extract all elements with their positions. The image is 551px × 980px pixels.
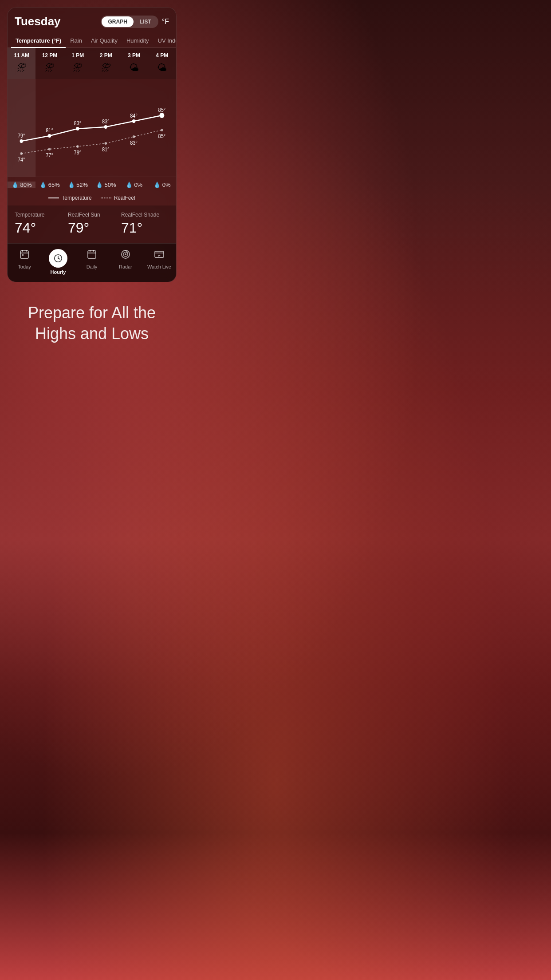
realfeel-sun-label: RealFeel Sun bbox=[68, 212, 116, 218]
precip-val-0: 💧 80% bbox=[12, 182, 32, 188]
realfeel-sun-value: 79° bbox=[68, 220, 116, 236]
tab-temperature[interactable]: Temperature (°F) bbox=[11, 34, 66, 47]
hour-label-4: 3 PM bbox=[128, 52, 140, 59]
temp-low-1: 77° bbox=[46, 153, 53, 158]
precip-val-3: 💧 50% bbox=[96, 182, 116, 188]
hour-col-4[interactable]: 3 PM 🌤 bbox=[120, 48, 148, 79]
chart-svg: 79° 81° 83° 83° 84° 85° 74° 77° 79° 81° … bbox=[8, 79, 176, 177]
hourly-label: Hourly bbox=[51, 269, 66, 275]
hour-col-3[interactable]: 2 PM ⛈ bbox=[92, 48, 120, 79]
legend-temp-line bbox=[48, 198, 59, 198]
app-header: Tuesday GRAPH LIST °F bbox=[8, 8, 176, 34]
weather-icon-2: ⛈ bbox=[73, 62, 83, 74]
bottom-nav: Today Hourly bbox=[8, 243, 176, 282]
weather-icon-1: ⛈ bbox=[45, 62, 55, 74]
precip-val-1: 💧 65% bbox=[39, 182, 60, 188]
chart-legend: Temperature RealFeel bbox=[8, 192, 176, 205]
condition-realfeel-shade: RealFeel Shade 71° bbox=[121, 212, 169, 236]
realfeel-shade-value: 71° bbox=[121, 220, 169, 236]
precip-val-2: 💧 52% bbox=[68, 182, 88, 188]
hours-row: 11 AM ⛈ 12 PM ⛈ 1 PM ⛈ 2 PM ⛈ 3 PM 🌤 4 P… bbox=[8, 48, 176, 79]
day-title: Tuesday bbox=[15, 15, 61, 28]
temp-high-2: 83° bbox=[74, 121, 82, 126]
chart-dot-1 bbox=[48, 134, 51, 138]
legend-temperature: Temperature bbox=[48, 195, 91, 201]
selected-col-highlight bbox=[8, 79, 35, 177]
hour-label-1: 12 PM bbox=[42, 52, 58, 59]
chart-dot-4 bbox=[132, 119, 135, 123]
hour-col-1[interactable]: 12 PM ⛈ bbox=[35, 48, 63, 79]
condition-temperature: Temperature 74° bbox=[15, 212, 63, 236]
watch-live-icon bbox=[154, 249, 165, 262]
precip-row: 💧 80% 💧 65% 💧 52% 💧 50% 💧 0% 💧 0% bbox=[8, 177, 176, 192]
current-conditions: Temperature 74° RealFeel Sun 79° RealFee… bbox=[8, 205, 176, 243]
today-icon bbox=[19, 249, 30, 262]
hour-col-2[interactable]: 1 PM ⛈ bbox=[64, 48, 92, 79]
chart-dot-3 bbox=[104, 125, 107, 129]
temp-low-4: 83° bbox=[130, 140, 138, 146]
hour-col-0[interactable]: 11 AM ⛈ bbox=[8, 48, 35, 79]
temp-low-5: 85° bbox=[158, 134, 166, 139]
svg-point-14 bbox=[125, 253, 126, 255]
svg-marker-18 bbox=[158, 255, 161, 257]
svg-rect-8 bbox=[88, 251, 96, 258]
temp-high-3: 83° bbox=[102, 119, 110, 125]
weather-icon-0: ⛈ bbox=[17, 62, 27, 74]
realfeel-shade-label: RealFeel Shade bbox=[121, 212, 169, 218]
hour-label-3: 2 PM bbox=[100, 52, 112, 59]
nav-tabs: Temperature (°F) Rain Air Quality Humidi… bbox=[8, 34, 176, 48]
today-label: Today bbox=[18, 264, 31, 269]
tab-uv-index[interactable]: UV Index bbox=[153, 34, 177, 47]
tagline: Prepare for All the Highs and Lows bbox=[0, 289, 184, 362]
temperature-chart: 79° 81° 83° 83° 84° 85° 74° 77° 79° 81° … bbox=[8, 79, 176, 177]
precip-val-4: 💧 0% bbox=[126, 182, 142, 188]
legend-temperature-label: Temperature bbox=[62, 195, 91, 201]
weather-icon-5: 🌤 bbox=[157, 62, 167, 74]
weather-icon-3: ⛈ bbox=[101, 62, 111, 74]
precip-val-5: 💧 0% bbox=[153, 182, 170, 188]
tab-humidity[interactable]: Humidity bbox=[122, 34, 153, 47]
temp-low-2: 79° bbox=[74, 150, 82, 156]
precip-col-1: 💧 65% bbox=[35, 182, 63, 188]
condition-realfeel-sun: RealFeel Sun 79° bbox=[68, 212, 116, 236]
list-toggle-btn[interactable]: LIST bbox=[134, 16, 157, 27]
graph-toggle-btn[interactable]: GRAPH bbox=[102, 16, 133, 27]
hour-label-5: 4 PM bbox=[156, 52, 168, 59]
nav-today[interactable]: Today bbox=[8, 249, 41, 275]
daily-label: Daily bbox=[87, 264, 97, 269]
header-controls: GRAPH LIST °F bbox=[101, 16, 169, 28]
chart-dot-2 bbox=[76, 127, 79, 130]
nav-hourly[interactable]: Hourly bbox=[41, 249, 75, 275]
tab-rain[interactable]: Rain bbox=[66, 34, 87, 47]
realfeel-dot-2 bbox=[76, 145, 79, 148]
temp-value: 74° bbox=[15, 220, 63, 236]
nav-radar[interactable]: Radar bbox=[109, 249, 142, 275]
precip-col-0: 💧 80% bbox=[8, 182, 35, 188]
chart-dot-5 bbox=[160, 113, 164, 118]
realfeel-dot-3 bbox=[104, 142, 107, 145]
legend-realfeel-label: RealFeel bbox=[114, 195, 135, 201]
realfeel-dot-5 bbox=[161, 129, 163, 131]
svg-rect-16 bbox=[155, 251, 164, 257]
nav-watch-live[interactable]: Watch Live bbox=[142, 249, 176, 275]
hour-label-2: 1 PM bbox=[71, 52, 84, 59]
precip-col-3: 💧 50% bbox=[92, 182, 120, 188]
temp-low-3: 81° bbox=[102, 147, 110, 153]
tab-air-quality[interactable]: Air Quality bbox=[87, 34, 122, 47]
nav-daily[interactable]: Daily bbox=[75, 249, 109, 275]
temp-high-1: 81° bbox=[46, 128, 53, 134]
realfeel-dot-1 bbox=[48, 148, 51, 150]
weather-icon-4: 🌤 bbox=[129, 62, 139, 74]
view-toggle: GRAPH LIST bbox=[101, 16, 158, 28]
temp-high-4: 84° bbox=[130, 113, 138, 119]
realfeel-dot-4 bbox=[133, 135, 135, 138]
svg-rect-4 bbox=[22, 254, 24, 256]
svg-rect-0 bbox=[20, 251, 28, 258]
hour-col-5[interactable]: 4 PM 🌤 bbox=[148, 48, 176, 79]
hourly-circle bbox=[49, 249, 67, 268]
unit-label: °F bbox=[162, 18, 169, 26]
watch-live-label: Watch Live bbox=[147, 264, 171, 269]
precip-col-2: 💧 52% bbox=[64, 182, 92, 188]
radar-label: Radar bbox=[119, 264, 132, 269]
precip-col-5: 💧 0% bbox=[148, 182, 176, 188]
